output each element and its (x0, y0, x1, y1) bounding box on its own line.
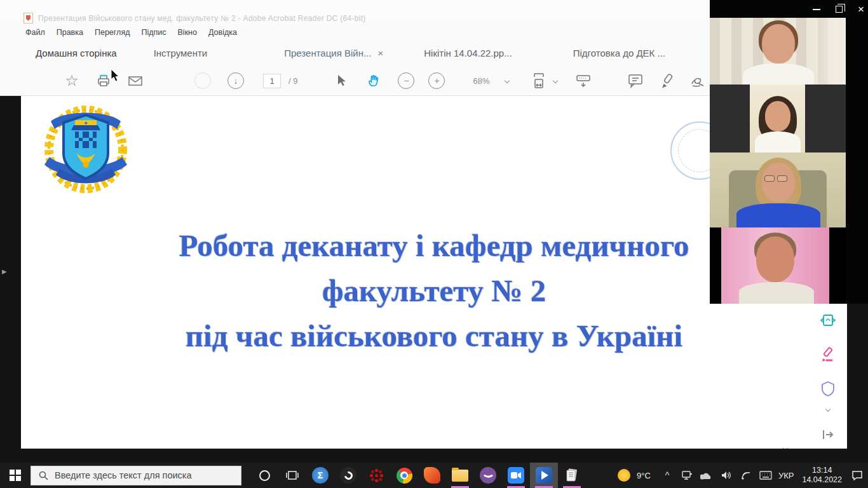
app-icon-office[interactable] (418, 463, 446, 488)
scroll-chevron-icon[interactable] (783, 441, 787, 449)
clock-date: 14.04.2022 (802, 475, 842, 485)
tab-home[interactable]: Домашня сторінка (24, 39, 128, 66)
screen: Презентация Військового стану мед. факул… (0, 0, 868, 488)
app-icon-sigma[interactable]: Σ (306, 463, 334, 488)
export-pdf-tool-icon[interactable] (818, 311, 837, 330)
tab-tools-label: Інструменти (154, 48, 208, 58)
expand-left-panel-icon[interactable]: ▸ (2, 266, 7, 277)
close-icon[interactable]: × (858, 4, 864, 15)
search-placeholder: Введите здесь текст для поиска (55, 470, 192, 480)
tab-document-active[interactable]: Презентация Війн... × (273, 39, 395, 66)
slide-title: Робота деканату і кафедр медичного факул… (85, 223, 783, 358)
acrobat-app-icon (24, 13, 33, 24)
meeting-window: × (710, 0, 868, 304)
page-scrolling-icon[interactable] (573, 70, 594, 92)
participant-video-2[interactable] (710, 85, 846, 152)
app-icon-document-viewer[interactable] (558, 463, 586, 488)
clock-time: 13:14 (802, 466, 842, 475)
participant-video-1[interactable] (710, 18, 846, 85)
menubar: Файл Правка Перегляд Підпис Вікно Довідк… (25, 25, 237, 39)
participant-video-3[interactable] (710, 152, 846, 227)
favorite-star-icon[interactable]: ☆ (61, 70, 83, 92)
menu-view[interactable]: Перегляд (95, 28, 130, 37)
sync-icon[interactable] (192, 70, 214, 92)
email-icon[interactable] (125, 70, 146, 92)
protect-tool-icon[interactable] (818, 379, 837, 398)
comment-icon[interactable] (625, 70, 646, 92)
weather-temperature[interactable]: 9°C (637, 471, 651, 480)
task-view-icon[interactable] (278, 463, 306, 488)
menu-help[interactable]: Довідка (208, 28, 237, 37)
menu-file[interactable]: Файл (25, 28, 45, 37)
fit-dropdown-icon[interactable] (552, 78, 557, 83)
page-count-label: / 9 (288, 76, 297, 86)
app-icon-viber[interactable] (474, 463, 502, 488)
page-number-input[interactable]: 1 (263, 74, 281, 88)
tab-document-3-label: Підготовка до ДЕК ... (573, 48, 665, 58)
touch-keyboard-icon[interactable] (759, 471, 773, 480)
slide-title-line-3: під час військового стану в Україні (85, 313, 783, 358)
university-crest-logo: ✦ (38, 104, 133, 199)
participant-video-4[interactable] (710, 227, 846, 304)
menu-window[interactable]: Вікно (178, 28, 197, 37)
fill-sign-tool-icon[interactable] (818, 345, 837, 364)
weather-sun-icon[interactable] (617, 469, 631, 482)
app-icon-chrome[interactable] (390, 463, 418, 488)
zoom-level-value[interactable]: 68% (473, 76, 489, 86)
window-title: Презентация Військового стану мед. факул… (38, 14, 366, 23)
app-icon-red-ornament[interactable] (362, 463, 390, 488)
highlighter-icon[interactable] (658, 70, 679, 92)
select-tool-icon[interactable] (330, 70, 352, 92)
windows-logo-icon (10, 470, 21, 481)
download-page-icon[interactable]: ↓ (225, 70, 247, 92)
taskbar: Введите здесь текст для поиска Σ (0, 463, 868, 488)
tab-home-label: Домашня сторінка (36, 48, 117, 58)
tray-expand-icon[interactable]: ^ (660, 470, 674, 480)
zoom-dropdown-icon[interactable] (504, 78, 509, 83)
tab-document-2[interactable]: Нікітін 14.04.22.pp... (412, 39, 523, 66)
language-indicator[interactable]: УКР (778, 471, 794, 480)
app-icon-obs[interactable] (334, 463, 362, 488)
fit-width-icon[interactable] (528, 70, 550, 92)
tab-document-2-label: Нікітін 14.04.22.pp... (424, 48, 512, 58)
tab-document-active-label: Презентация Війн... (284, 48, 371, 58)
tab-document-3[interactable]: Підготовка до ДЕК ... (562, 39, 677, 66)
menu-edit[interactable]: Правка (57, 28, 83, 37)
slide-title-line-2: факультету № 2 (85, 268, 783, 313)
protect-chevron-icon[interactable] (818, 400, 837, 419)
menu-sign[interactable]: Підпис (141, 28, 166, 37)
sign-pen-icon[interactable] (688, 70, 710, 92)
zoom-out-icon[interactable]: − (395, 70, 417, 92)
action-center-icon[interactable] (850, 470, 864, 481)
meeting-window-controls: × (813, 4, 864, 15)
mouse-cursor (111, 69, 121, 83)
app-icon-file-explorer[interactable] (446, 463, 474, 488)
app-icon-media-player-active[interactable] (530, 463, 558, 488)
system-tray: 9°C ^ (617, 466, 868, 485)
restore-icon[interactable] (836, 6, 843, 13)
signal-icon[interactable] (739, 470, 753, 480)
start-button[interactable] (0, 463, 31, 488)
clock[interactable]: 13:14 14.04.2022 (799, 466, 844, 485)
volume-icon[interactable] (719, 470, 733, 480)
open-tools-panel-icon[interactable] (818, 425, 837, 444)
tab-close-icon[interactable]: × (377, 48, 383, 58)
svg-text:✦: ✦ (83, 120, 88, 126)
cortana-icon[interactable] (250, 463, 278, 488)
hand-tool-icon[interactable] (363, 70, 385, 92)
search-icon (39, 471, 48, 480)
slide-title-line-1: Робота деканату і кафедр медичного (85, 223, 783, 268)
tab-tools[interactable]: Інструменти (142, 39, 219, 66)
app-icon-camera[interactable] (502, 463, 530, 488)
zoom-in-icon[interactable]: + (426, 70, 447, 92)
minimize-icon[interactable] (813, 9, 820, 10)
ethernet-icon[interactable] (680, 470, 694, 480)
taskbar-search-input[interactable]: Введите здесь текст для поиска (31, 466, 241, 485)
onedrive-cloud-icon[interactable] (700, 471, 714, 480)
